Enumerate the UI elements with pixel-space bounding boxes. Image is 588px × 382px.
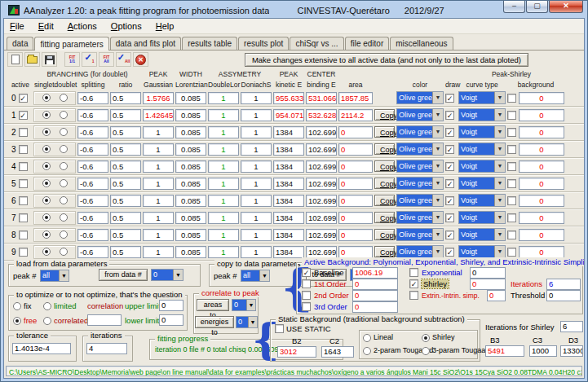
chevron-down-icon[interactable]: ▼	[432, 92, 443, 103]
color-select[interactable]: Olive green ▼	[396, 160, 444, 173]
areas-to-select[interactable]: 0 ▼	[232, 299, 256, 311]
doublet-radio[interactable]	[60, 111, 68, 119]
copy-button[interactable]: Copy	[374, 143, 395, 155]
f-gaussian[interactable]: 1	[143, 195, 174, 207]
singlet-radio[interactable]	[42, 162, 51, 170]
f-ratio[interactable]: 0.5	[110, 160, 141, 173]
energies-to-button[interactable]: energies to	[195, 316, 234, 328]
f-doniachs[interactable]: 1	[241, 143, 272, 156]
active-checkbox[interactable]	[19, 111, 28, 120]
iterations-field[interactable]: 4	[86, 343, 127, 354]
f-gaussian[interactable]: 1	[143, 178, 174, 190]
f-lorentzian[interactable]: 0.085	[175, 178, 206, 190]
chevron-down-icon[interactable]: ▼	[432, 195, 443, 206]
f-area[interactable]: 0	[338, 212, 373, 224]
f-doublelor[interactable]: 1	[208, 229, 239, 241]
f-background[interactable]: 0	[519, 109, 564, 121]
f-background[interactable]: 0	[519, 92, 564, 104]
chevron-down-icon[interactable]: ▼	[246, 300, 255, 310]
exponential-checkbox[interactable]	[409, 268, 418, 277]
peak-shirley-checkbox[interactable]	[507, 94, 516, 103]
use-static-checkbox[interactable]	[275, 324, 284, 333]
singlet-radio[interactable]	[42, 196, 51, 204]
peak-shirley-checkbox[interactable]	[507, 128, 516, 137]
f-ratio[interactable]: 0.5	[110, 143, 141, 156]
f-doublelor[interactable]: 1	[208, 212, 239, 224]
chevron-down-icon[interactable]: ▼	[494, 212, 505, 223]
copy-button[interactable]: Copy	[374, 212, 395, 223]
lineal-radio[interactable]	[363, 334, 371, 342]
accept-one-button[interactable]: ✓1	[82, 52, 97, 67]
active-checkbox[interactable]	[19, 128, 28, 137]
f-binding[interactable]: 102.6995	[306, 143, 337, 156]
f-kinetic[interactable]: 1384	[273, 160, 304, 173]
menu-file[interactable]: File	[10, 19, 24, 33]
extrin-checkbox[interactable]	[409, 291, 418, 300]
f-doniachs[interactable]: 1	[241, 246, 272, 258]
tab-data[interactable]: data	[7, 37, 33, 50]
f-background[interactable]: 0	[519, 246, 564, 258]
chevron-down-icon[interactable]: ▼	[432, 178, 443, 189]
draw-checkbox[interactable]	[445, 111, 454, 120]
tab-file-editor[interactable]: file editor	[345, 37, 390, 50]
shirley-field[interactable]: 0	[470, 279, 506, 290]
active-checkbox[interactable]	[19, 145, 28, 154]
chevron-down-icon[interactable]: ▼	[494, 160, 505, 172]
f-kinetic[interactable]: 954.0717	[273, 109, 304, 121]
b2-field[interactable]: 3012	[277, 346, 316, 358]
curve-type-select[interactable]: Voigt ▼	[458, 245, 506, 258]
from-data-select[interactable]: 0 ▼	[151, 269, 183, 281]
active-checkbox[interactable]	[19, 162, 28, 171]
chevron-down-icon[interactable]: ▼	[494, 143, 505, 155]
doublet-radio[interactable]	[60, 145, 68, 153]
f-area[interactable]: 0	[338, 229, 373, 241]
chevron-down-icon[interactable]: ▼	[494, 229, 505, 240]
maximize-button[interactable]: ▢	[526, 1, 548, 13]
f-ratio[interactable]: 0.5	[110, 229, 141, 241]
chevron-down-icon[interactable]: ▼	[248, 317, 257, 327]
chevron-down-icon[interactable]: ▼	[432, 143, 443, 155]
singlet-radio[interactable]	[42, 213, 51, 222]
correlation-field[interactable]	[87, 314, 122, 326]
from-data-button[interactable]: from data #	[99, 269, 148, 281]
curve-type-select[interactable]: Voigt ▼	[458, 177, 506, 190]
singlet-radio[interactable]	[42, 179, 51, 187]
upper-limit-field[interactable]: 0	[159, 300, 183, 311]
f-splitting[interactable]: -0.6	[77, 109, 108, 121]
fit-one-button[interactable]: FIT1/1	[64, 52, 80, 67]
f-lorentzian[interactable]: 0.085	[175, 109, 206, 121]
color-select[interactable]: Olive green ▼	[396, 91, 444, 104]
f-doublelor[interactable]: 1	[208, 178, 239, 190]
f-doniachs[interactable]: 1	[241, 178, 272, 190]
extrin-field[interactable]: 0	[487, 290, 506, 301]
baseline-checkbox[interactable]	[302, 268, 311, 277]
active-checkbox[interactable]	[19, 196, 28, 205]
tolerance-field[interactable]: 1.4013e-4	[12, 343, 71, 354]
f-doniachs[interactable]: 1	[241, 109, 272, 121]
threshold-field[interactable]: 0	[546, 290, 581, 301]
f-binding[interactable]: 102.6995	[306, 212, 337, 224]
f-lorentzian[interactable]: 0.085	[175, 126, 206, 138]
copy-button[interactable]: Copy	[374, 109, 395, 121]
f-doniachs[interactable]: 1	[241, 195, 272, 207]
order3-field[interactable]: 0	[352, 301, 398, 313]
draw-checkbox[interactable]	[445, 162, 454, 171]
f-binding[interactable]: 102.6995	[306, 246, 337, 258]
peak-shirley-checkbox[interactable]	[507, 231, 516, 239]
d3-field[interactable]: 13300	[560, 345, 583, 357]
f-area[interactable]: 0	[338, 246, 373, 258]
f-area[interactable]: 0	[338, 160, 373, 173]
tougaard2-radio[interactable]	[363, 347, 371, 355]
copy-button[interactable]: Copy	[374, 126, 395, 138]
f-kinetic[interactable]: 1384	[273, 195, 304, 207]
copy-button[interactable]: Copy	[374, 246, 395, 257]
f-area[interactable]: 1857.85	[338, 92, 373, 104]
curve-type-select[interactable]: Voigt ▼	[458, 125, 506, 138]
f-doublelor[interactable]: 1	[208, 143, 239, 156]
areas-to-button[interactable]: areas to	[197, 299, 229, 311]
menu-options[interactable]: Options	[111, 19, 142, 33]
chevron-down-icon[interactable]: ▼	[494, 126, 505, 138]
curve-type-select[interactable]: Voigt ▼	[458, 143, 506, 156]
peak-shirley-checkbox[interactable]	[507, 145, 516, 154]
f-doublelor[interactable]: 1	[208, 246, 239, 258]
